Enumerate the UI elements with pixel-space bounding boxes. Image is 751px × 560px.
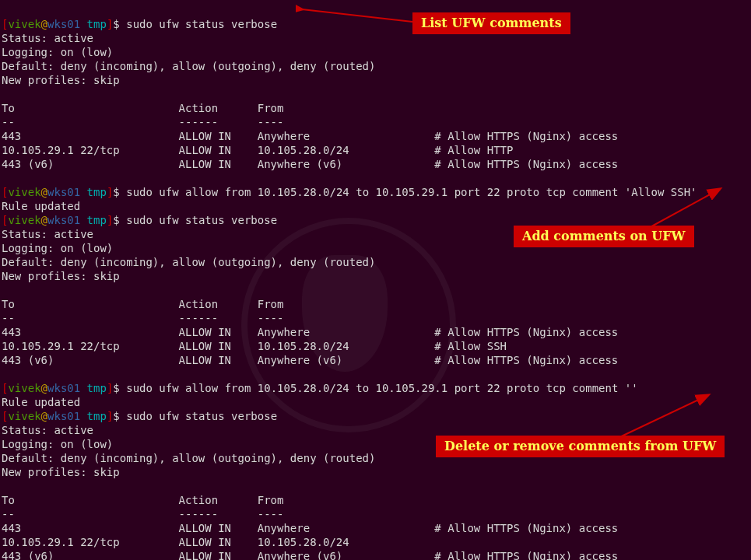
output-line: Logging: on (low) [2,46,113,58]
prompt-at: @ [41,214,47,226]
table-row: 10.105.29.1 22/tcp ALLOW IN 10.105.28.0/… [2,340,507,352]
output-line: Default: deny (incoming), allow (outgoin… [2,60,375,72]
output-line: Rule updated [2,396,80,408]
output-line: Default: deny (incoming), allow (outgoin… [2,256,375,268]
prompt-dollar: $ [113,186,126,198]
prompt-user: vivek [8,214,40,226]
output-line: New profiles: skip [2,270,120,282]
table-row: 443 ALLOW IN Anywhere # Allow HTTPS (Ngi… [2,130,618,142]
table-row: 443 (v6) ALLOW IN Anywhere (v6) # Allow … [2,550,618,560]
table-header: To Action From [2,494,283,506]
terminal-output: [vivek@wks01 tmp]$ sudo ufw status verbo… [0,0,751,560]
prompt-user: vivek [8,18,40,30]
table-header: To Action From [2,102,283,114]
command-line[interactable]: sudo ufw status verbose [126,410,277,422]
output-line: Logging: on (low) [2,438,113,450]
table-row: 443 ALLOW IN Anywhere # Allow HTTPS (Ngi… [2,522,618,534]
prompt-dollar: $ [113,18,126,30]
command-line[interactable]: sudo ufw status verbose [126,214,277,226]
output-line: Logging: on (low) [2,242,113,254]
table-header-underline: -- ------ ---- [2,312,283,324]
prompt-cwd: tmp [80,382,107,394]
prompt-host: wks01 [47,214,80,226]
prompt-dollar: $ [113,410,126,422]
table-row: 443 ALLOW IN Anywhere # Allow HTTPS (Ngi… [2,326,618,338]
prompt-at: @ [41,382,47,394]
prompt-at: @ [41,410,47,422]
output-line: Status: active [2,228,93,240]
prompt-cwd: tmp [80,186,107,198]
table-row: 10.105.29.1 22/tcp ALLOW IN 10.105.28.0/… [2,536,349,548]
output-line: Default: deny (incoming), allow (outgoin… [2,452,375,464]
output-line: New profiles: skip [2,74,120,86]
prompt-dollar: $ [113,214,126,226]
prompt-host: wks01 [47,382,80,394]
table-row: 443 (v6) ALLOW IN Anywhere (v6) # Allow … [2,354,618,366]
prompt-host: wks01 [47,410,80,422]
command-line[interactable]: sudo ufw allow from 10.105.28.0/24 to 10… [126,382,637,394]
prompt-user: vivek [8,186,40,198]
table-header: To Action From [2,298,283,310]
annotation-add-comments: Add comments on UFW [514,226,694,247]
table-header-underline: -- ------ ---- [2,508,283,520]
prompt-cwd: tmp [80,410,107,422]
prompt-dollar: $ [113,382,126,394]
output-line: Status: active [2,32,93,44]
table-header-underline: -- ------ ---- [2,116,283,128]
output-line: Rule updated [2,200,80,212]
table-row: 443 (v6) ALLOW IN Anywhere (v6) # Allow … [2,158,618,170]
prompt-host: wks01 [47,186,80,198]
prompt-cwd: tmp [80,214,107,226]
table-row: 10.105.29.1 22/tcp ALLOW IN 10.105.28.0/… [2,144,513,156]
annotation-delete-comments: Delete or remove comments from UFW [436,436,725,457]
command-line[interactable]: sudo ufw status verbose [126,18,277,30]
output-line: Status: active [2,424,93,436]
prompt-at: @ [41,186,47,198]
command-line[interactable]: sudo ufw allow from 10.105.28.0/24 to 10… [126,186,697,198]
annotation-list-comments: List UFW comments [412,12,570,34]
prompt-host: wks01 [47,18,80,30]
prompt-at: @ [41,18,47,30]
prompt-user: vivek [8,382,40,394]
prompt-cwd: tmp [80,18,107,30]
prompt-user: vivek [8,410,40,422]
output-line: New profiles: skip [2,466,120,478]
